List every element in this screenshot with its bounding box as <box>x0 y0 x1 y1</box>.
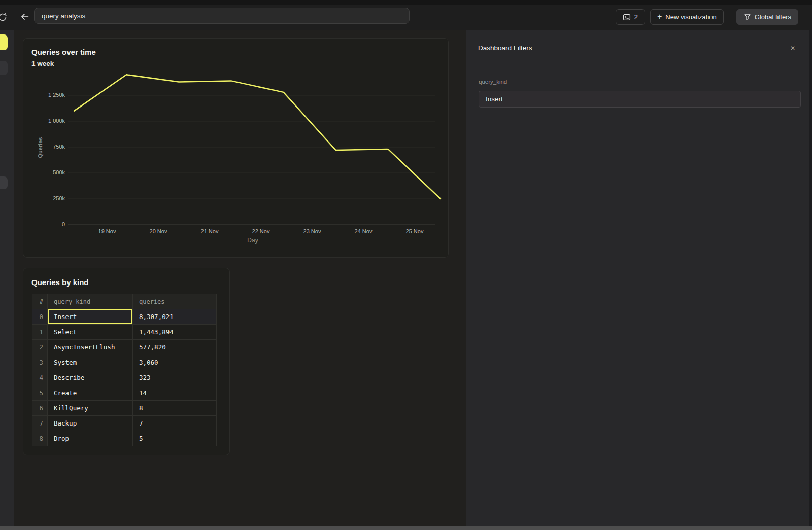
y-tick-label: 1 250k <box>29 92 65 98</box>
new-visualization-button[interactable]: + New visualization <box>650 9 724 25</box>
row-index-cell: 2 <box>32 340 48 355</box>
sidebar-item-selected[interactable] <box>0 34 8 50</box>
y-tick-label: 750k <box>29 144 65 150</box>
back-arrow-icon[interactable] <box>19 11 30 22</box>
query-kind-cell[interactable]: KillQuery <box>48 401 133 416</box>
table-row: 7Backup7 <box>32 416 217 431</box>
queries-over-time-card: Queries over time 1 week 1 250k1 000k750… <box>23 38 449 258</box>
queries-count-cell[interactable]: 8 <box>133 401 217 416</box>
topbar-actions: 2 + New visualization Global filters <box>616 9 798 25</box>
queries-count-cell[interactable]: 577,820 <box>133 340 217 355</box>
row-index-cell: 0 <box>32 309 48 325</box>
y-tick-label: 500k <box>29 169 65 175</box>
x-tick-label: 22 Nov <box>246 228 276 234</box>
panel-divider <box>466 66 809 66</box>
queries-count-cell[interactable]: 8,307,021 <box>133 309 217 325</box>
x-tick-label: 23 Nov <box>297 228 327 234</box>
y-tick-label: 1 000k <box>29 118 65 124</box>
filter-field-label: query_kind <box>479 79 507 85</box>
queries-count-cell[interactable]: 1,443,894 <box>133 325 217 340</box>
console-count-label: 2 <box>634 13 638 21</box>
y-tick-label: 0 <box>29 221 65 227</box>
sql-console-count-button[interactable]: 2 <box>616 9 645 25</box>
global-filters-button[interactable]: Global filters <box>736 9 798 25</box>
column-header-queries: queries <box>133 294 217 309</box>
table-row: 5Create14 <box>32 385 217 401</box>
row-index-cell: 5 <box>32 385 48 401</box>
refresh-icon[interactable] <box>0 12 8 23</box>
queries-by-kind-card: Queries by kind # query_kind queries 0In… <box>23 268 230 455</box>
queries-count-cell[interactable]: 14 <box>133 385 217 401</box>
query-kind-cell[interactable]: Insert <box>48 309 133 325</box>
window-bottom-edge <box>0 526 812 530</box>
query-kind-cell[interactable]: Select <box>48 325 133 340</box>
table-row: 6KillQuery8 <box>32 401 217 416</box>
column-header-index: # <box>32 294 48 309</box>
left-sidebar <box>0 30 14 526</box>
queries-by-kind-table: # query_kind queries 0Insert8,307,0211Se… <box>32 294 217 446</box>
topbar-sidebar-divider <box>14 5 14 30</box>
window-top-edge <box>0 0 812 5</box>
row-index-cell: 1 <box>32 325 48 340</box>
table-row: 1Select1,443,894 <box>32 325 217 340</box>
dashboard-title-input[interactable] <box>34 8 410 24</box>
query-kind-filter-input[interactable] <box>479 91 801 108</box>
sidebar-item[interactable] <box>0 61 8 75</box>
queries-count-cell[interactable]: 3,060 <box>133 355 217 370</box>
row-index-cell: 3 <box>32 355 48 370</box>
query-kind-cell[interactable]: System <box>48 355 133 370</box>
table-row: 4Describe323 <box>32 370 217 385</box>
dashboard-filters-panel: Dashboard Filters ✕ query_kind <box>466 30 809 526</box>
table-title: Queries by kind <box>31 278 89 287</box>
global-filters-label: Global filters <box>755 13 791 21</box>
x-tick-label: 20 Nov <box>143 228 174 234</box>
row-index-cell: 8 <box>32 431 48 446</box>
row-index-cell: 6 <box>32 401 48 416</box>
x-tick-label: 25 Nov <box>399 228 430 234</box>
table-row: 8Drop5 <box>32 431 217 446</box>
dashboard-canvas: Queries over time 1 week 1 250k1 000k750… <box>14 30 466 526</box>
queries-over-time-chart <box>23 39 448 257</box>
sidebar-item[interactable] <box>0 176 8 189</box>
column-header-query-kind: query_kind <box>48 294 133 309</box>
queries-count-cell[interactable]: 5 <box>133 431 217 446</box>
console-icon <box>623 13 631 21</box>
new-visualization-label: New visualization <box>665 13 716 21</box>
queries-count-cell[interactable]: 7 <box>133 416 217 431</box>
table-row: 0Insert8,307,021 <box>32 309 217 325</box>
x-axis-title: Day <box>238 237 268 244</box>
x-tick-label: 19 Nov <box>92 228 122 234</box>
filters-panel-title: Dashboard Filters <box>478 44 532 52</box>
x-tick-label: 21 Nov <box>194 228 225 234</box>
query-kind-cell[interactable]: Create <box>48 385 133 401</box>
series-line <box>74 75 441 199</box>
x-tick-label: 24 Nov <box>348 228 379 234</box>
filter-funnel-icon <box>743 13 751 21</box>
table-row: 3System3,060 <box>32 355 217 370</box>
row-index-cell: 7 <box>32 416 48 431</box>
table-header-row: # query_kind queries <box>32 294 217 309</box>
query-kind-cell[interactable]: Drop <box>48 431 133 446</box>
query-kind-cell[interactable]: AsyncInsertFlush <box>48 340 133 355</box>
query-kind-cell[interactable]: Describe <box>48 370 133 385</box>
y-axis-title: Queries <box>37 137 43 158</box>
row-index-cell: 4 <box>32 370 48 385</box>
query-kind-cell[interactable]: Backup <box>48 416 133 431</box>
chart-gridlines <box>68 95 435 225</box>
queries-count-cell[interactable]: 323 <box>133 370 217 385</box>
table-row: 2AsyncInsertFlush577,820 <box>32 340 217 355</box>
top-bar: 2 + New visualization Global filters <box>0 5 812 30</box>
plus-icon: + <box>657 13 662 21</box>
window-right-edge <box>809 30 812 526</box>
y-tick-label: 250k <box>29 195 65 201</box>
close-icon[interactable]: ✕ <box>788 44 797 53</box>
